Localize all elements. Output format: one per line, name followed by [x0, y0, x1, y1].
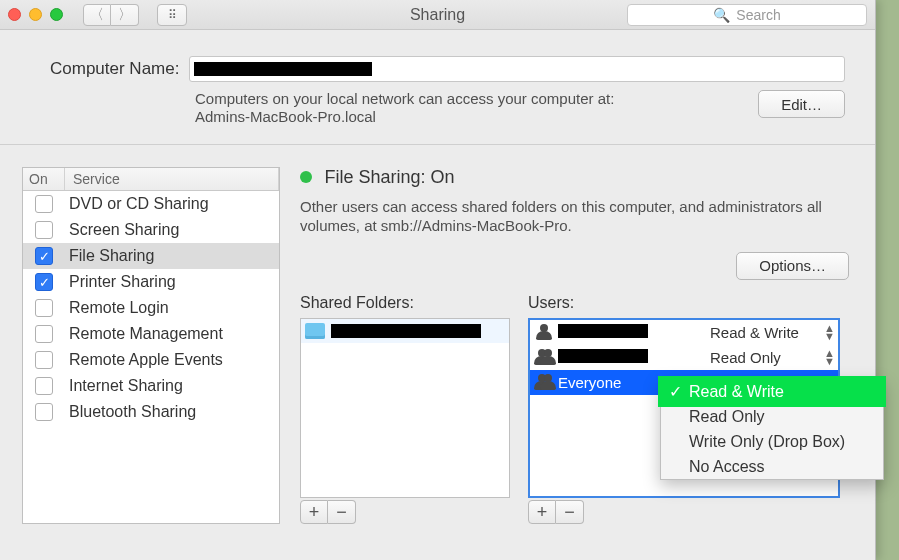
shared-folder-row[interactable] [301, 319, 509, 343]
service-checkbox[interactable] [35, 377, 53, 395]
add-user-button[interactable]: + [528, 500, 556, 524]
permission-menu-label: Read Only [689, 408, 765, 426]
options-button[interactable]: Options… [736, 252, 849, 280]
users-group-icon [533, 374, 555, 390]
service-row[interactable]: DVD or CD Sharing [23, 191, 279, 217]
permission-menu-item[interactable]: Write Only (Drop Box) [661, 429, 883, 454]
service-checkbox[interactable]: ✓ [35, 273, 53, 291]
user-name [558, 324, 710, 341]
col-service-header: Service [65, 168, 279, 190]
stepper-icon: ▲▼ [824, 324, 834, 340]
edit-hostname-button[interactable]: Edit… [758, 90, 845, 118]
permission-menu-label: Read & Write [689, 383, 784, 401]
service-row[interactable]: Remote Management [23, 321, 279, 347]
permission-popup-menu[interactable]: ✓Read & WriteRead OnlyWrite Only (Drop B… [660, 378, 884, 480]
service-row[interactable]: Remote Apple Events [23, 347, 279, 373]
service-status-description: Other users can access shared folders on… [300, 198, 840, 236]
computer-name-input[interactable] [189, 56, 845, 82]
service-row[interactable]: Screen Sharing [23, 217, 279, 243]
service-checkbox[interactable] [35, 403, 53, 421]
computer-name-value [194, 62, 372, 76]
service-label: Screen Sharing [65, 221, 179, 239]
service-checkbox[interactable] [35, 221, 53, 239]
shared-folder-name [331, 324, 481, 338]
services-table: On Service DVD or CD SharingScreen Shari… [22, 167, 280, 524]
user-permission-value: Read Only [710, 349, 781, 366]
close-window-button[interactable] [8, 8, 21, 21]
user-row[interactable]: Read Only▲▼ [530, 345, 838, 370]
service-label: Printer Sharing [65, 273, 176, 291]
back-button[interactable]: 〈 [83, 4, 111, 26]
col-on-header: On [23, 168, 65, 190]
search-icon: 🔍 [713, 7, 730, 23]
permission-menu-label: Write Only (Drop Box) [689, 433, 845, 451]
status-indicator-icon [300, 171, 312, 183]
service-checkbox[interactable] [35, 195, 53, 213]
permission-menu-item[interactable]: No Access [661, 454, 883, 479]
service-checkbox[interactable] [35, 299, 53, 317]
computer-name-label: Computer Name: [50, 59, 179, 79]
service-status-row: File Sharing: On [300, 167, 849, 188]
service-label: Internet Sharing [65, 377, 183, 395]
stepper-icon: ▲▼ [824, 349, 834, 365]
titlebar: 〈 〉 ⠿ Sharing 🔍 Search [0, 0, 875, 30]
service-row[interactable]: ✓Printer Sharing [23, 269, 279, 295]
remove-user-button[interactable]: − [556, 500, 584, 524]
service-row[interactable]: Internet Sharing [23, 373, 279, 399]
service-row[interactable]: ✓File Sharing [23, 243, 279, 269]
service-status-title: File Sharing: On [324, 167, 454, 187]
service-label: Remote Login [65, 299, 169, 317]
user-icon [535, 324, 553, 340]
search-field[interactable]: 🔍 Search [627, 4, 867, 26]
user-name [558, 349, 710, 366]
user-permission-dropdown[interactable]: Read & Write▲▼ [710, 324, 838, 341]
service-checkbox[interactable]: ✓ [35, 247, 53, 265]
zoom-window-button[interactable] [50, 8, 63, 21]
service-label: Remote Management [65, 325, 223, 343]
computer-name-section: Computer Name: Computers on your local n… [0, 30, 875, 145]
add-folder-button[interactable]: + [300, 500, 328, 524]
user-permission-dropdown[interactable]: Read Only▲▼ [710, 349, 838, 366]
shared-folders-list[interactable] [300, 318, 510, 498]
permission-menu-item[interactable]: ✓Read & Write [661, 379, 883, 404]
user-row[interactable]: Read & Write▲▼ [530, 320, 838, 345]
service-label: Remote Apple Events [65, 351, 223, 369]
minimize-window-button[interactable] [29, 8, 42, 21]
remove-folder-button[interactable]: − [328, 500, 356, 524]
user-permission-value: Read & Write [710, 324, 799, 341]
permission-menu-label: No Access [689, 458, 765, 476]
shared-folders-label: Shared Folders: [300, 294, 510, 312]
show-all-prefs-button[interactable]: ⠿ [157, 4, 187, 26]
users-group-icon [533, 349, 555, 365]
nav-back-forward: 〈 〉 [83, 4, 139, 26]
folder-icon [305, 323, 325, 339]
shared-folders-column: Shared Folders: + − [300, 294, 510, 524]
forward-button[interactable]: 〉 [111, 4, 139, 26]
permission-menu-item[interactable]: Read Only [661, 404, 883, 429]
services-header: On Service [23, 168, 279, 191]
service-checkbox[interactable] [35, 351, 53, 369]
users-label: Users: [528, 294, 840, 312]
service-label: Bluetooth Sharing [65, 403, 196, 421]
service-row[interactable]: Bluetooth Sharing [23, 399, 279, 425]
computer-name-help: Computers on your local network can acce… [195, 90, 738, 126]
window-controls [8, 8, 63, 21]
service-checkbox[interactable] [35, 325, 53, 343]
search-placeholder: Search [736, 7, 780, 23]
service-label: DVD or CD Sharing [65, 195, 209, 213]
service-row[interactable]: Remote Login [23, 295, 279, 321]
checkmark-icon: ✓ [669, 382, 682, 401]
service-label: File Sharing [65, 247, 154, 265]
